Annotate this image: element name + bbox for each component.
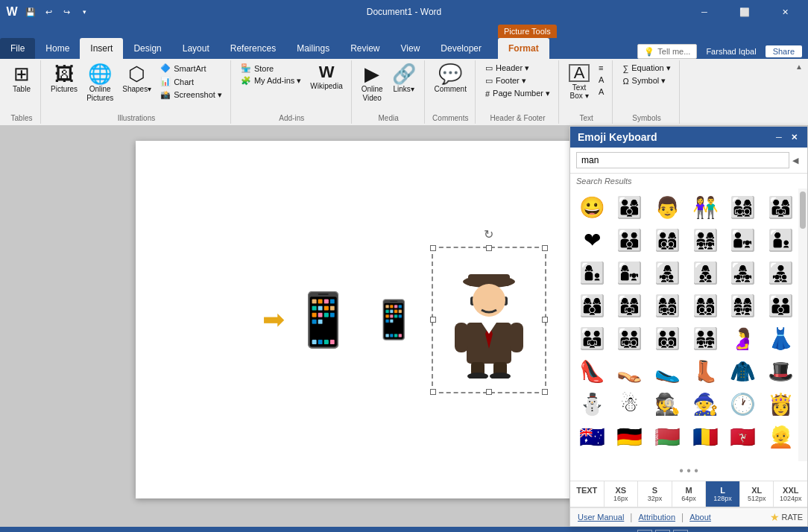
- page-number-button[interactable]: # Page Number ▾: [482, 87, 554, 100]
- emoji-cell[interactable]: 👨‍👨‍👧‍👦: [614, 323, 646, 354]
- emoji-cell[interactable]: 🇩🇪: [614, 421, 646, 452]
- emoji-cell[interactable]: 👩‍👩‍👧: [614, 290, 646, 321]
- share-button[interactable]: Share: [766, 45, 802, 57]
- handle-bm[interactable]: [486, 389, 492, 395]
- emoji-cell[interactable]: 👸: [765, 388, 796, 419]
- selected-image-container[interactable]: ↻: [432, 247, 546, 393]
- emoji-cell[interactable]: 👱: [765, 421, 796, 452]
- tab-insert[interactable]: Insert: [80, 38, 123, 59]
- emoji-cell[interactable]: 👨‍👨‍👦‍👦: [651, 323, 683, 354]
- maximize-button[interactable]: ⬜: [727, 0, 762, 24]
- emoji-cell[interactable]: 👨‍👩‍👧‍👧: [689, 224, 721, 256]
- emoji-cell[interactable]: ❤: [576, 224, 607, 256]
- emoji-cell[interactable]: 😀: [576, 191, 607, 223]
- emoji-cell[interactable]: 🇷🇴: [689, 421, 721, 452]
- emoji-cell[interactable]: 👨‍👩‍👦‍👦: [651, 224, 683, 256]
- pictures-button[interactable]: 🖼 Pictures: [47, 62, 81, 95]
- emoji-cell[interactable]: 🧙: [689, 388, 721, 419]
- emoji-cell[interactable]: 👨‍👩‍👧‍👦: [727, 191, 759, 223]
- emoji-cell[interactable]: 👢: [689, 355, 721, 387]
- quick-parts-button[interactable]: ≡: [595, 62, 607, 74]
- emoji-cell[interactable]: 👪: [614, 224, 646, 256]
- emoji-cell[interactable]: 👗: [765, 323, 796, 354]
- emoji-cell[interactable]: 👡: [614, 355, 646, 387]
- emoji-cell[interactable]: 🧥: [727, 355, 759, 387]
- emoji-cell[interactable]: 👩‍👧: [614, 257, 646, 288]
- tab-review[interactable]: Review: [340, 38, 390, 59]
- header-button[interactable]: ▭ Header ▾: [482, 62, 554, 75]
- equation-button[interactable]: ∑ Equation ▾: [619, 62, 674, 75]
- emoji-cell[interactable]: 🕐: [727, 388, 759, 419]
- emoji-cell[interactable]: 👨‍👨‍👦: [765, 290, 796, 321]
- emoji-cell[interactable]: 👩‍👧‍👧: [727, 257, 759, 288]
- tab-design[interactable]: Design: [123, 38, 171, 59]
- emoji-cell[interactable]: 👠: [576, 355, 607, 387]
- emoji-cell[interactable]: 👨‍👨‍👧‍👧: [689, 323, 721, 354]
- wordart-button[interactable]: A: [595, 74, 607, 86]
- emoji-cell[interactable]: ⛄: [576, 388, 607, 419]
- emoji-scrollbar[interactable]: [798, 189, 807, 461]
- emoji-cell[interactable]: 👩‍👦: [576, 257, 607, 288]
- attribution-link[interactable]: Attribution: [635, 511, 678, 523]
- tab-layout[interactable]: Layout: [172, 38, 220, 59]
- close-button[interactable]: ✕: [768, 0, 802, 24]
- emoji-cell[interactable]: 🇮🇲: [727, 421, 759, 452]
- tab-home[interactable]: Home: [35, 38, 80, 59]
- size-xs-btn[interactable]: XS 16px: [605, 481, 639, 507]
- handle-bl[interactable]: [430, 389, 436, 395]
- handle-tr[interactable]: [542, 245, 548, 251]
- save-button[interactable]: 💾: [22, 4, 39, 20]
- emoji-cell[interactable]: 👨: [651, 191, 683, 223]
- emoji-cell[interactable]: 👨‍👦: [765, 224, 796, 256]
- footer-button[interactable]: ▭ Footer ▾: [482, 75, 554, 87]
- emoji-cell[interactable]: 🇧🇾: [651, 421, 683, 452]
- tab-format[interactable]: Format: [498, 38, 549, 59]
- handle-br[interactable]: [542, 389, 548, 395]
- emoji-cell[interactable]: 👨‍👧: [727, 224, 759, 256]
- emoji-cell[interactable]: 🥿: [651, 355, 683, 387]
- size-xxl-btn[interactable]: XXL 1024px: [774, 481, 807, 507]
- symbol-button[interactable]: Ω Symbol ▾: [619, 75, 674, 87]
- tab-view[interactable]: View: [391, 38, 431, 59]
- minimize-button[interactable]: ─: [687, 0, 722, 24]
- store-button[interactable]: 🏪 Store: [237, 62, 305, 75]
- emoji-cell[interactable]: 👩‍👧‍👦: [651, 257, 683, 288]
- dropcap-button[interactable]: A: [595, 86, 607, 98]
- emoji-search-input[interactable]: [576, 152, 789, 168]
- emoji-panel-close[interactable]: ✕: [788, 131, 800, 143]
- about-link[interactable]: About: [687, 511, 714, 523]
- shapes-button[interactable]: ⬡ Shapes▾: [119, 62, 155, 95]
- emoji-cell[interactable]: 👩‍👦‍👦: [689, 257, 721, 288]
- rate-button[interactable]: ★ RATE: [770, 511, 803, 523]
- tab-file[interactable]: File: [0, 38, 35, 59]
- handle-tm[interactable]: [486, 245, 492, 251]
- size-l-btn[interactable]: L 128px: [706, 481, 740, 507]
- account-name[interactable]: Farshad Iqbal: [706, 47, 756, 56]
- size-m-btn[interactable]: M 64px: [672, 481, 707, 507]
- handle-ml[interactable]: [430, 317, 436, 323]
- emoji-cell[interactable]: 👩‍👩‍👧‍👧: [727, 290, 759, 321]
- comment-button[interactable]: 💬 Comment: [431, 62, 470, 95]
- emoji-cell[interactable]: 🕵: [651, 388, 683, 419]
- user-manual-link[interactable]: User Manual: [575, 511, 627, 523]
- handle-tl[interactable]: [430, 245, 436, 251]
- emoji-cell[interactable]: 🇦🇺: [576, 421, 607, 452]
- emoji-cell[interactable]: 👨‍👩‍👦: [614, 191, 646, 223]
- search-collapse-icon[interactable]: ◀: [789, 154, 801, 166]
- emoji-cell[interactable]: 🎩: [765, 355, 796, 387]
- emoji-cell[interactable]: 👨‍👧‍👦: [765, 257, 796, 288]
- emoji-cell[interactable]: 👨‍👨‍👧: [576, 323, 607, 354]
- online-pictures-button[interactable]: 🌐 OnlinePictures: [83, 62, 117, 105]
- chart-button[interactable]: 📊 Chart: [157, 75, 226, 88]
- tab-developer[interactable]: Developer: [430, 38, 492, 59]
- rotate-handle[interactable]: ↻: [484, 227, 493, 241]
- smartart-button[interactable]: 🔷 SmartArt: [157, 62, 226, 75]
- links-button[interactable]: 🔗 Links▾: [388, 62, 420, 95]
- emoji-cell[interactable]: 👩‍👩‍👦‍👦: [689, 290, 721, 321]
- emoji-cell[interactable]: ☃: [614, 388, 646, 419]
- handle-mr[interactable]: [542, 317, 548, 323]
- redo-button[interactable]: ↪: [58, 4, 75, 20]
- tell-me-box[interactable]: 💡 Tell me...: [637, 44, 697, 59]
- emoji-panel-minimize[interactable]: ─: [773, 131, 785, 143]
- table-button[interactable]: ⊞ Table: [7, 62, 36, 95]
